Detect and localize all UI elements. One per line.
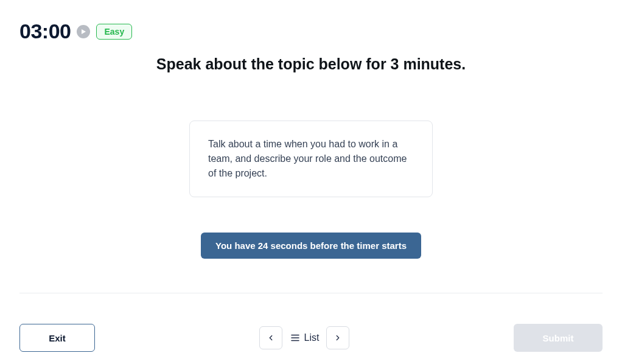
exit-button[interactable]: Exit bbox=[19, 324, 95, 352]
divider bbox=[19, 293, 603, 293]
play-button[interactable] bbox=[77, 25, 90, 38]
list-icon bbox=[290, 332, 301, 343]
countdown-banner: You have 24 seconds before the timer sta… bbox=[201, 233, 421, 259]
play-icon bbox=[80, 29, 86, 35]
nav-group: List bbox=[259, 326, 350, 349]
footer-row: Exit List Submit bbox=[0, 324, 622, 352]
prev-button[interactable] bbox=[259, 326, 282, 349]
list-button[interactable]: List bbox=[290, 332, 320, 343]
next-button[interactable] bbox=[326, 326, 349, 349]
topic-text: Talk about a time when you had to work i… bbox=[208, 139, 407, 178]
submit-button: Submit bbox=[514, 324, 603, 352]
chevron-right-icon bbox=[334, 334, 342, 342]
topic-card: Talk about a time when you had to work i… bbox=[189, 121, 433, 197]
header-row: 03:00 Easy bbox=[0, 0, 622, 43]
timer-display: 03:00 bbox=[19, 19, 71, 43]
list-label: List bbox=[304, 332, 320, 343]
chevron-left-icon bbox=[267, 334, 275, 342]
difficulty-badge: Easy bbox=[96, 24, 132, 40]
instruction-text: Speak about the topic below for 3 minute… bbox=[0, 55, 622, 73]
